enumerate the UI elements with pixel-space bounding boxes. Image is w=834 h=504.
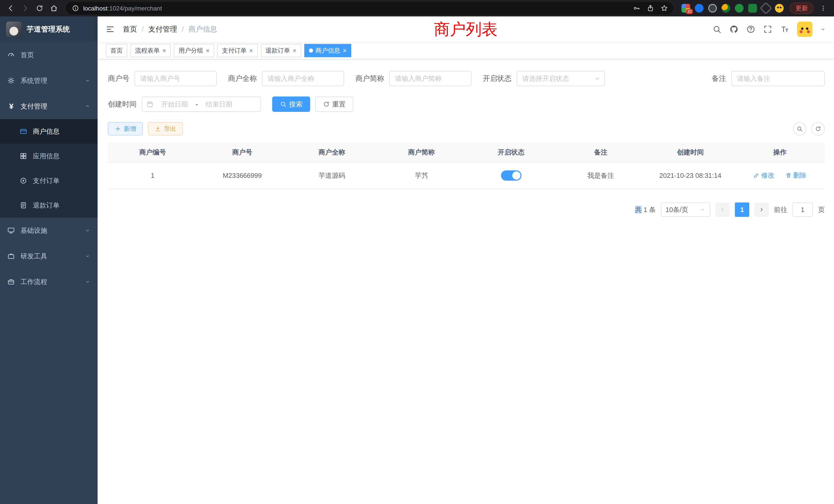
page-number-button[interactable]: 1 [735,203,749,217]
status-toggle[interactable] [501,170,522,181]
sidebar-item-refund-order[interactable]: 退款订单 [0,193,97,217]
refresh-button[interactable] [811,122,825,136]
date-separator: - [196,100,198,108]
extension-icon-7[interactable] [760,2,772,14]
pagination-total-highlight: 共 [635,206,642,213]
sidebar-item-home[interactable]: 首页 [0,42,97,68]
sidebar-item-infrastructure[interactable]: 基础设施 [0,217,97,243]
browser-menu-icon[interactable] [816,2,830,15]
short-name-input[interactable] [389,71,471,86]
tab-close-icon[interactable]: × [249,47,253,54]
tab-close-icon[interactable]: × [343,47,347,54]
goto-page-input[interactable] [792,203,813,217]
tab-process-form[interactable]: 流程表单× [130,44,171,57]
search-button[interactable]: 搜索 [272,96,310,112]
fullscreen-icon[interactable] [763,25,772,34]
tab-close-icon[interactable]: × [293,47,297,54]
chevron-down-icon [85,279,90,284]
sidebar-item-merchant-info[interactable]: 商户信息 [0,119,97,144]
tab-close-icon[interactable]: × [206,47,210,54]
export-button[interactable]: 导出 [148,122,183,136]
extension-icon-5[interactable] [735,4,744,13]
extension-icon-1[interactable]: 10 [681,4,690,13]
sidebar-item-dev-tools[interactable]: 研发工具 [0,243,97,269]
home-icon[interactable] [47,2,61,15]
chevron-down-icon [85,253,90,259]
font-size-icon[interactable] [780,25,789,34]
browser-update-button[interactable]: 更新 [790,3,813,14]
url-bar[interactable]: localhost:1024/pay/merchant [66,2,673,15]
extension-icon-2[interactable] [695,4,704,13]
sidebar-item-workflow[interactable]: 工作流程 [0,269,97,295]
chevron-down-icon [85,78,90,84]
remark-input[interactable] [731,71,825,86]
export-button-label: 导出 [164,125,176,133]
app-logo[interactable]: 芋道管理系统 [0,17,97,42]
sidebar-item-label: 工作流程 [21,277,47,287]
sidebar-item-app-info[interactable]: 应用信息 [0,144,97,168]
col-header-remark: 备注 [556,143,645,162]
tab-pay-order[interactable]: 支付订单× [217,44,258,57]
hamburger-icon[interactable] [106,25,114,33]
sidebar-item-system[interactable]: 系统管理 [0,68,97,93]
delete-link[interactable]: 删除 [786,171,807,180]
tab-user-group[interactable]: 用户分组× [174,44,214,57]
status-label: 开启状态 [483,74,511,84]
tab-merchant-info[interactable]: 商户信息× [304,44,351,57]
bookmark-star-icon[interactable] [660,4,668,12]
next-page-button[interactable] [754,203,769,217]
tab-home[interactable]: 首页 [106,44,127,57]
app-title: 芋道管理系统 [27,24,70,34]
col-header-merchant-no: 商户号 [197,143,287,162]
github-icon[interactable] [729,25,739,34]
edit-link[interactable]: 修改 [753,171,774,180]
sidebar-item-payment[interactable]: ¥ 支付管理 [0,93,97,119]
status-select[interactable] [517,71,605,86]
table-header-row: 商户编号 商户号 商户全称 商户简称 开启状态 备注 创建时间 操作 [108,143,825,162]
search-icon[interactable] [712,25,722,34]
tab-refund-order[interactable]: 退款订单× [261,44,301,57]
breadcrumb-current: 商户信息 [189,24,217,34]
share-icon[interactable] [646,4,654,12]
url-path: :1024/pay/merchant [108,5,162,12]
date-range-picker[interactable]: - [142,96,261,112]
extension-icon-8[interactable] [775,4,784,13]
toggle-search-button[interactable] [793,122,806,136]
add-button[interactable]: 新增 [108,122,143,136]
tab-close-icon[interactable]: × [162,47,166,54]
merchant-table: 商户编号 商户号 商户全称 商户简称 开启状态 备注 创建时间 操作 1 M23… [108,143,825,189]
col-header-status: 开启状态 [466,143,556,162]
avatar-caret-icon[interactable] [820,26,826,32]
user-avatar[interactable] [797,22,812,37]
monitor-icon [7,227,16,234]
extension-icon-6[interactable] [748,4,757,13]
date-end-input[interactable] [200,100,238,108]
pagination: 共 1 条 10条/页 1 前往 页 [108,203,825,217]
extensions-bar: 10 [681,4,784,13]
help-icon[interactable] [746,25,755,34]
url-host: localhost [83,5,108,12]
breadcrumb-payment[interactable]: 支付管理 [148,24,177,34]
chevron-down-icon [699,207,706,213]
breadcrumb-home[interactable]: 首页 [123,24,137,34]
key-icon[interactable] [633,4,640,12]
col-header-id: 商户编号 [108,143,197,162]
pagination-total: 共 1 条 [635,205,656,214]
extension-icon-4[interactable] [722,4,730,13]
reset-button-label: 重置 [332,100,346,109]
reload-icon[interactable] [33,2,46,15]
prev-page-button[interactable] [716,203,730,217]
merchant-no-input[interactable] [135,71,217,86]
extension-icon-3[interactable] [708,4,717,13]
page-size-select[interactable]: 10条/页 [661,203,710,217]
reset-button[interactable]: 重置 [315,96,353,112]
back-icon[interactable] [4,2,18,15]
delete-link-label: 删除 [793,171,807,180]
cell-id: 1 [108,162,197,189]
date-start-input[interactable] [156,100,194,108]
sidebar-item-pay-order[interactable]: 支付订单 [0,168,97,193]
active-tab-dot [309,48,313,53]
forward-icon[interactable] [19,2,32,15]
full-name-input[interactable] [262,71,344,86]
site-info-icon[interactable] [71,4,80,13]
